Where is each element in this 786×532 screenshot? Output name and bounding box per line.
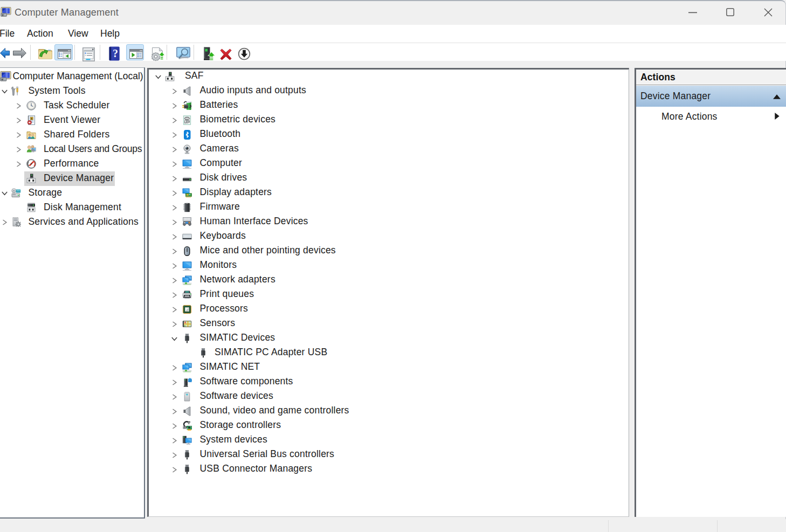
svg-text:?: ? <box>113 47 118 59</box>
